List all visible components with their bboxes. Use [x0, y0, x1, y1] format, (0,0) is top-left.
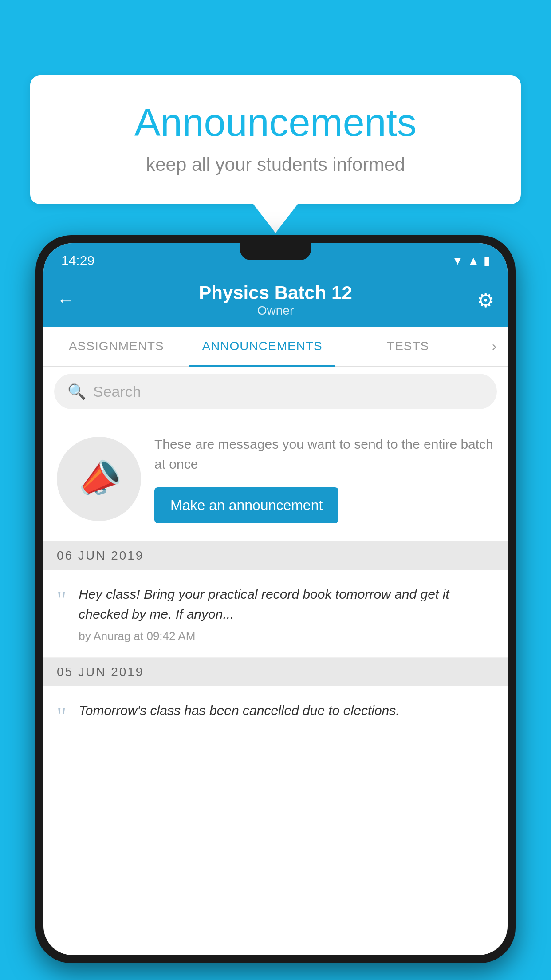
announcement-meta-1: by Anurag at 09:42 AM	[79, 629, 494, 643]
megaphone-icon: 📣	[72, 453, 126, 505]
quote-icon-2: "	[57, 705, 66, 728]
date-divider-1: 06 JUN 2019	[43, 541, 508, 570]
status-time: 14:29	[61, 253, 94, 268]
app-bar-subtitle: Owner	[83, 304, 468, 318]
tabs-container: ASSIGNMENTS ANNOUNCEMENTS TESTS ›	[43, 327, 508, 367]
phone-screen: 14:29 ▼ ▲ ▮ ← Physics Batch 12 Owner ⚙	[43, 243, 508, 955]
make-announcement-button[interactable]: Make an announcement	[154, 487, 338, 523]
tab-tests[interactable]: TESTS	[335, 327, 481, 366]
search-placeholder: Search	[93, 383, 141, 400]
speech-bubble-arrow	[253, 204, 298, 233]
announcement-item-2[interactable]: " Tomorrow's class has been cancelled du…	[43, 686, 508, 742]
announcement-item-1[interactable]: " Hey class! Bring your practical record…	[43, 570, 508, 658]
back-button[interactable]: ←	[57, 290, 83, 310]
app-bar-title: Physics Batch 12	[83, 282, 468, 304]
battery-icon: ▮	[484, 254, 490, 268]
search-container: 🔍 Search	[43, 367, 508, 416]
tab-announcements[interactable]: ANNOUNCEMENTS	[189, 327, 335, 366]
status-icons: ▼ ▲ ▮	[452, 254, 490, 268]
promo-card: 📣 These are messages you want to send to…	[43, 416, 508, 541]
settings-button[interactable]: ⚙	[468, 289, 494, 312]
phone-container: 14:29 ▼ ▲ ▮ ← Physics Batch 12 Owner ⚙	[35, 235, 516, 980]
phone-frame: 14:29 ▼ ▲ ▮ ← Physics Batch 12 Owner ⚙	[35, 235, 516, 963]
promo-description: These are messages you want to send to t…	[154, 434, 494, 474]
speech-bubble: Announcements keep all your students inf…	[30, 75, 521, 204]
phone-notch	[240, 243, 311, 260]
announcement-text-2: Tomorrow's class has been cancelled due …	[79, 700, 494, 720]
app-bar-title-container: Physics Batch 12 Owner	[83, 282, 468, 318]
speech-bubble-container: Announcements keep all your students inf…	[30, 75, 521, 233]
signal-icon: ▲	[468, 254, 479, 268]
search-bar[interactable]: 🔍 Search	[54, 374, 497, 409]
speech-bubble-title: Announcements	[57, 100, 494, 145]
tab-assignments[interactable]: ASSIGNMENTS	[43, 327, 189, 366]
promo-content: These are messages you want to send to t…	[154, 434, 494, 523]
app-bar: ← Physics Batch 12 Owner ⚙	[43, 273, 508, 327]
content-area: 🔍 Search 📣 These are messages you want t…	[43, 367, 508, 742]
announcement-content-2: Tomorrow's class has been cancelled due …	[79, 700, 494, 726]
announcement-content-1: Hey class! Bring your practical record b…	[79, 584, 494, 643]
quote-icon-1: "	[57, 589, 66, 612]
announcement-icon-circle: 📣	[57, 437, 141, 521]
speech-bubble-subtitle: keep all your students informed	[57, 154, 494, 175]
wifi-icon: ▼	[452, 254, 464, 268]
announcement-text-1: Hey class! Bring your practical record b…	[79, 584, 494, 624]
search-icon: 🔍	[67, 383, 86, 400]
date-divider-2: 05 JUN 2019	[43, 658, 508, 686]
tab-more[interactable]: ›	[481, 327, 508, 366]
